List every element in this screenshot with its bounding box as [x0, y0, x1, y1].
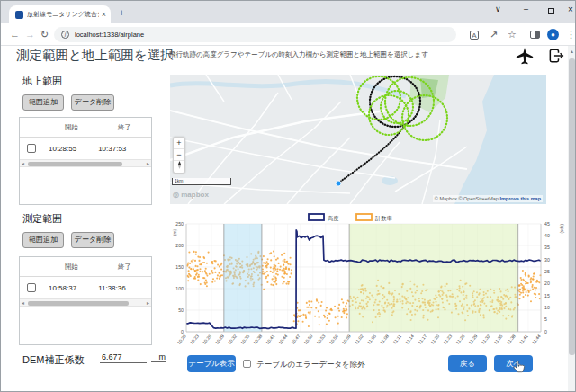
legend-label-countrate: 計数率: [375, 215, 392, 222]
tab-close-icon[interactable]: ×: [102, 11, 106, 19]
legend-swatch-countrate: [356, 214, 372, 220]
end-time-input[interactable]: 11:38:36: [98, 284, 126, 292]
measure-range-title: 測定範囲: [22, 212, 62, 226]
ground-add-range-button[interactable]: 範囲追加: [22, 94, 64, 111]
mouse-cursor: [513, 361, 525, 374]
trajectory-start-point: [336, 181, 341, 186]
show-table-button[interactable]: テーブル表示: [187, 355, 236, 372]
ground-range-table: 開始 終了 10:28:55 10:37:53 ◄ ►: [19, 117, 152, 205]
svg-text:11:32: 11:32: [481, 334, 491, 344]
vertical-scrollbar[interactable]: ▲: [568, 46, 576, 392]
y-left-unit: (m): [173, 228, 177, 236]
scroll-right-icon[interactable]: ►: [146, 160, 150, 168]
start-time-input[interactable]: 10:28:55: [49, 145, 76, 153]
col-start: 開始: [65, 123, 78, 132]
table-header: 開始 終了: [20, 118, 151, 138]
svg-text:10: 10: [544, 305, 550, 310]
scroll-left-icon[interactable]: ◄: [21, 160, 25, 168]
svg-text:10:26: 10:26: [202, 334, 212, 345]
y-right-unit: (cps): [560, 224, 564, 234]
row-checkbox[interactable]: [27, 144, 36, 153]
dem-input[interactable]: [100, 352, 147, 363]
svg-text:11:23: 11:23: [443, 334, 454, 344]
region-measurement-range[interactable]: [349, 224, 518, 332]
measure-add-range-button[interactable]: 範囲追加: [22, 232, 64, 248]
close-button[interactable]: ×: [568, 4, 573, 14]
map-scale-label: 1km: [175, 178, 183, 183]
svg-text:11:08: 11:08: [380, 334, 391, 344]
svg-text:150: 150: [176, 264, 184, 270]
map-compass-button[interactable]: [174, 161, 184, 173]
svg-text:11:29: 11:29: [468, 334, 479, 344]
svg-text:5: 5: [544, 316, 547, 322]
horizontal-scrollbar[interactable]: ◄ ►: [20, 298, 151, 307]
reload-icon[interactable]: ↻: [40, 29, 49, 40]
svg-text:250: 250: [176, 221, 184, 227]
map-scale-bar: 1km: [172, 178, 231, 185]
svg-text:11:05: 11:05: [367, 334, 378, 344]
url-bar[interactable]: i localhost:1338/airplane: [54, 27, 456, 42]
svg-text:35: 35: [544, 245, 550, 250]
export-icon[interactable]: [546, 47, 566, 65]
maximize-button[interactable]: [548, 8, 554, 14]
exclude-errors-label: テーブルのエラーデータを除外: [256, 360, 365, 370]
translate-icon[interactable]: A: [470, 31, 479, 40]
minimize-button[interactable]: –: [524, 4, 528, 13]
forward-icon[interactable]: →: [25, 29, 35, 40]
map-zoom-out-button[interactable]: −: [174, 149, 184, 161]
airplane-icon[interactable]: [514, 46, 536, 66]
header-divider: [1, 67, 568, 67]
end-time-input[interactable]: 10:37:53: [98, 145, 126, 153]
side-panel-icon[interactable]: [530, 31, 540, 39]
altitude-chart[interactable]: 05010015020025005101520253035404510:2010…: [172, 211, 570, 352]
back-page-button[interactable]: 戻る: [448, 355, 487, 372]
browser-menu-icon[interactable]: ⋮: [566, 29, 576, 40]
improve-map-link[interactable]: Improve this map: [500, 196, 541, 201]
tab-search-icon[interactable]: ∨: [495, 4, 501, 13]
svg-text:11:44: 11:44: [531, 334, 542, 344]
svg-text:10:32: 10:32: [228, 334, 238, 345]
profile-avatar[interactable]: ●: [547, 29, 559, 40]
scrollbar-thumb[interactable]: [28, 301, 129, 306]
svg-text:50: 50: [178, 307, 184, 313]
table-row: 10:58:37 11:38:36: [20, 277, 151, 298]
svg-text:100: 100: [176, 286, 184, 291]
col-end: 終了: [118, 123, 131, 132]
measure-delete-data-button[interactable]: データ削除: [71, 232, 114, 248]
svg-text:11:11: 11:11: [392, 334, 402, 344]
url-text: localhost:1338/airplane: [75, 31, 144, 39]
scroll-up-icon[interactable]: ▲: [568, 49, 576, 54]
horizontal-scrollbar[interactable]: ◄ ►: [20, 159, 151, 167]
back-icon[interactable]: ←: [10, 29, 20, 40]
svg-text:0: 0: [544, 329, 547, 334]
site-info-icon[interactable]: i: [61, 31, 69, 39]
svg-text:40: 40: [544, 233, 550, 238]
scrollbar-thumb[interactable]: [28, 162, 122, 166]
svg-text:10:29: 10:29: [214, 334, 225, 345]
new-tab-button[interactable]: +: [119, 7, 124, 18]
ground-delete-data-button[interactable]: データ削除: [71, 94, 114, 111]
start-time-input[interactable]: 10:58:37: [49, 284, 76, 292]
svg-text:15: 15: [544, 293, 550, 298]
scroll-left-icon[interactable]: ◄: [21, 299, 25, 307]
browser-tab[interactable]: 放射線モニタリング統合システム ×: [9, 5, 111, 23]
scroll-right-icon[interactable]: ►: [146, 299, 150, 307]
tab-strip: 放射線モニタリング統合システム × + ∨ – ×: [1, 1, 576, 23]
region-ground-range[interactable]: [224, 224, 262, 332]
chart-legend[interactable]: 高度計数率: [309, 214, 392, 222]
row-checkbox[interactable]: [27, 283, 36, 292]
scrollbar-thumb[interactable]: [569, 58, 575, 355]
svg-text:10:23: 10:23: [189, 334, 200, 345]
bookmark-star-icon[interactable]: ☆: [508, 29, 517, 40]
share-icon[interactable]: ↗: [490, 29, 498, 40]
col-start: 開始: [65, 263, 78, 272]
map-controls: + −: [173, 137, 185, 174]
exclude-errors-checkbox[interactable]: [243, 360, 251, 368]
table-row: 10:28:55 10:37:53: [20, 138, 151, 159]
map-zoom-in-button[interactable]: +: [174, 138, 184, 149]
svg-text:10:47: 10:47: [291, 334, 302, 345]
svg-text:10:50: 10:50: [303, 334, 314, 345]
svg-text:11:02: 11:02: [354, 334, 364, 344]
svg-text:10:53: 10:53: [316, 334, 327, 345]
svg-text:11:14: 11:14: [405, 334, 416, 344]
